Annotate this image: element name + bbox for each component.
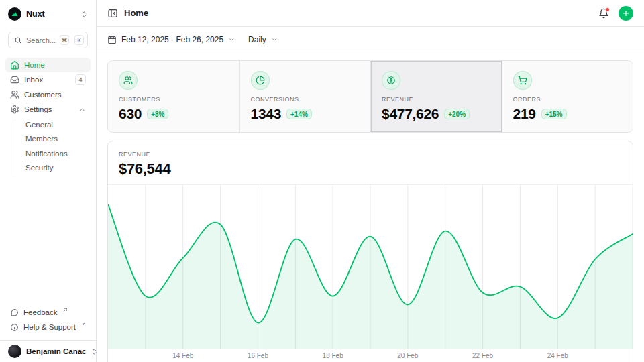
add-button[interactable] bbox=[619, 6, 633, 21]
notification-dot bbox=[605, 7, 610, 12]
sidebar-item-label: Inbox bbox=[24, 76, 43, 84]
stat-tile-revenue[interactable]: REVENUE $477,626 +20% bbox=[370, 61, 502, 132]
collapse-sidebar-icon[interactable] bbox=[107, 8, 118, 19]
search-input[interactable]: Search... ⌘ K bbox=[8, 32, 88, 48]
sidebar-item-notifications[interactable]: Notifications bbox=[5, 146, 91, 161]
stat-label: ORDERS bbox=[513, 96, 623, 103]
external-link-icon bbox=[81, 322, 86, 327]
chart-header: REVENUE $76,544 bbox=[108, 141, 633, 184]
date-range-label: Feb 12, 2025 - Feb 26, 2025 bbox=[121, 35, 223, 44]
x-tick-label: 14 Feb bbox=[172, 352, 193, 359]
stat-label: REVENUE bbox=[382, 96, 491, 103]
stat-tile-conversions[interactable]: CONVERSIONS 1343 +14% bbox=[239, 61, 371, 132]
kbd-k: K bbox=[74, 35, 84, 45]
cart-icon bbox=[513, 71, 532, 90]
stat-delta-badge: +15% bbox=[541, 109, 567, 119]
settings-sub-list: General Members Notifications Security bbox=[5, 117, 91, 175]
chevron-updown-icon bbox=[80, 11, 88, 18]
workspace-name: Nuxt bbox=[26, 9, 76, 19]
gear-icon bbox=[10, 105, 19, 114]
calendar-icon bbox=[107, 35, 117, 44]
x-tick-label: 16 Feb bbox=[248, 352, 268, 359]
search-icon bbox=[14, 36, 22, 44]
external-link-icon bbox=[63, 308, 68, 312]
filters-toolbar: Feb 12, 2025 - Feb 26, 2025 Daily bbox=[97, 27, 644, 52]
x-tick-label: 20 Feb bbox=[397, 352, 418, 359]
notifications-button[interactable] bbox=[598, 8, 609, 19]
page-title: Home bbox=[124, 8, 148, 18]
sidebar-item-security[interactable]: Security bbox=[5, 161, 91, 176]
sub-item-label: Notifications bbox=[25, 149, 68, 158]
chart-x-axis: 14 Feb16 Feb18 Feb20 Feb22 Feb24 Feb bbox=[108, 349, 633, 362]
inbox-icon bbox=[10, 75, 19, 84]
sidebar-item-general[interactable]: General bbox=[5, 117, 91, 132]
sidebar-item-inbox[interactable]: Inbox 4 bbox=[5, 72, 91, 87]
x-tick-label: 22 Feb bbox=[472, 352, 493, 359]
chevron-up-icon bbox=[78, 106, 86, 113]
revenue-area-chart[interactable] bbox=[108, 184, 633, 349]
inbox-count-badge: 4 bbox=[75, 74, 86, 85]
dollar-circle-icon bbox=[382, 71, 400, 90]
sidebar-nav: Home Inbox 4 Customers Settings bbox=[0, 52, 96, 175]
home-icon bbox=[10, 60, 19, 70]
stat-value: 219 bbox=[513, 106, 536, 122]
kbd-cmd: ⌘ bbox=[60, 35, 69, 45]
sidebar-item-label: Customers bbox=[24, 90, 62, 99]
stat-label: CUSTOMERS bbox=[119, 96, 229, 103]
page-header: Home bbox=[97, 0, 644, 27]
sidebar: Nuxt Search... ⌘ K Home bbox=[0, 0, 97, 362]
sidebar-item-label: Home bbox=[24, 61, 45, 69]
nuxt-logo-icon bbox=[8, 7, 21, 21]
sidebar-item-label: Feedback bbox=[23, 308, 58, 316]
stat-value: 630 bbox=[119, 106, 142, 122]
chevron-down-icon bbox=[271, 36, 278, 43]
app-window: Nuxt Search... ⌘ K Home bbox=[0, 0, 644, 362]
main-area: Home Feb 12, 2025 - Feb 26, 2025 bbox=[97, 0, 644, 362]
sidebar-footer-nav: Feedback Help & Support bbox=[0, 305, 96, 340]
stat-delta-badge: +14% bbox=[286, 109, 312, 119]
sidebar-item-settings[interactable]: Settings bbox=[5, 102, 91, 117]
users-icon bbox=[10, 90, 19, 99]
stat-value: $477,626 bbox=[382, 106, 439, 122]
granularity-select[interactable]: Daily bbox=[248, 35, 278, 44]
dashboard-content: CUSTOMERS 630 +8% CONVERSIONS 1343 +14% bbox=[97, 52, 644, 362]
sub-item-label: General bbox=[25, 121, 53, 129]
revenue-chart-card: REVENUE $76,544 14 Feb16 Feb18 Feb20 Feb… bbox=[107, 141, 633, 362]
sidebar-item-members[interactable]: Members bbox=[5, 132, 91, 147]
chart-metric-label: REVENUE bbox=[119, 151, 622, 158]
users-icon bbox=[119, 71, 138, 90]
stat-value: 1343 bbox=[251, 106, 282, 122]
chat-bubble-icon bbox=[10, 308, 19, 317]
avatar bbox=[8, 345, 21, 358]
sidebar-item-customers[interactable]: Customers bbox=[5, 87, 91, 102]
granularity-label: Daily bbox=[248, 35, 266, 44]
sidebar-item-help-support[interactable]: Help & Support bbox=[5, 320, 91, 335]
sidebar-item-label: Settings bbox=[24, 105, 52, 113]
stat-label: CONVERSIONS bbox=[251, 96, 360, 103]
stat-tile-orders[interactable]: ORDERS 219 +15% bbox=[502, 61, 633, 132]
chart-pie-icon bbox=[251, 71, 270, 90]
stats-grid: CUSTOMERS 630 +8% CONVERSIONS 1343 +14% bbox=[107, 60, 633, 133]
sidebar-item-label: Help & Support bbox=[23, 323, 76, 331]
stat-tile-customers[interactable]: CUSTOMERS 630 +8% bbox=[108, 61, 239, 132]
sidebar-item-home[interactable]: Home bbox=[5, 58, 91, 72]
chart-metric-value: $76,544 bbox=[119, 160, 622, 178]
sidebar-item-feedback[interactable]: Feedback bbox=[5, 305, 91, 320]
revenue-chart-svg bbox=[108, 185, 633, 349]
user-name: Benjamin Canac bbox=[26, 347, 86, 355]
search-placeholder: Search... bbox=[26, 36, 56, 44]
x-tick-label: 24 Feb bbox=[547, 352, 568, 359]
workspace-switcher[interactable]: Nuxt bbox=[0, 0, 96, 21]
sub-item-label: Members bbox=[25, 135, 58, 143]
user-menu[interactable]: Benjamin Canac bbox=[0, 340, 96, 362]
x-tick-label: 18 Feb bbox=[323, 352, 343, 359]
stat-delta-badge: +8% bbox=[147, 109, 168, 119]
info-circle-icon bbox=[10, 323, 19, 332]
chevron-down-icon bbox=[228, 36, 235, 43]
stat-delta-badge: +20% bbox=[444, 109, 470, 119]
date-range-picker[interactable]: Feb 12, 2025 - Feb 26, 2025 bbox=[107, 35, 235, 44]
sub-item-label: Security bbox=[25, 164, 54, 172]
